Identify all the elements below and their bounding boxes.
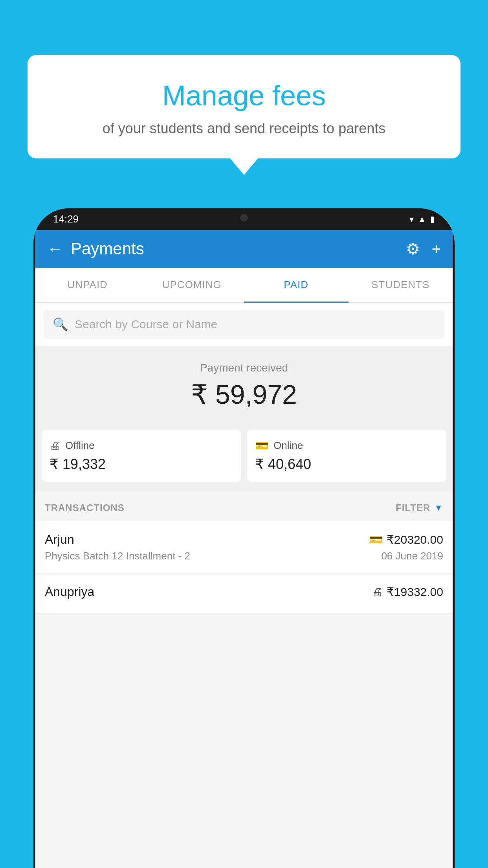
phone-time: 14:29 (53, 213, 79, 225)
transaction-amount-container: 🖨 ₹19332.00 (372, 585, 443, 599)
speech-bubble-title: Manage fees (43, 79, 445, 112)
payment-received-label: Payment received (43, 362, 445, 374)
status-icons: ▾ ▲ ▮ (409, 214, 435, 224)
settings-button[interactable]: ⚙ (406, 240, 420, 258)
speech-bubble-container: Manage fees of your students and send re… (28, 55, 460, 158)
offline-label: Offline (65, 440, 95, 452)
tab-unpaid[interactable]: UNPAID (35, 268, 140, 302)
online-card-header: 💳 Online (255, 439, 438, 452)
transaction-row-bottom: Physics Batch 12 Installment - 2 06 June… (45, 550, 443, 562)
add-button[interactable]: + (432, 240, 441, 258)
payment-summary: Payment received ₹ 59,972 (35, 346, 453, 422)
transaction-card-icon: 💳 (369, 533, 383, 546)
tab-upcoming[interactable]: UPCOMING (140, 268, 244, 302)
transaction-item[interactable]: Arjun 💳 ₹20320.00 Physics Batch 12 Insta… (35, 521, 453, 574)
camera-dot (240, 214, 248, 222)
phone-notch (209, 208, 279, 227)
offline-amount: ₹ 19,332 (50, 456, 233, 473)
transaction-course: Physics Batch 12 Installment - 2 (45, 550, 190, 562)
tab-paid[interactable]: PAID (244, 268, 349, 302)
signal-icon: ▲ (418, 214, 426, 224)
transaction-amount: ₹19332.00 (387, 585, 443, 599)
search-bar[interactable]: 🔍 Search by Course or Name (43, 310, 445, 339)
status-bar: 14:29 ▾ ▲ ▮ (33, 208, 455, 230)
transactions-label: TRANSACTIONS (45, 502, 125, 513)
page-title: Payments (71, 239, 144, 258)
speech-bubble-subtitle: of your students and send receipts to pa… (43, 120, 445, 137)
app-header: ← Payments ⚙ + (35, 230, 453, 268)
offline-card-header: 🖨 Offline (50, 439, 233, 452)
filter-container[interactable]: FILTER ▼ (396, 502, 443, 513)
online-amount: ₹ 40,640 (255, 456, 438, 473)
search-placeholder: Search by Course or Name (75, 318, 218, 331)
battery-icon: ▮ (430, 214, 435, 224)
search-container: 🔍 Search by Course or Name (35, 303, 453, 346)
transaction-amount: ₹20320.00 (387, 533, 443, 546)
transaction-name: Anupriya (45, 585, 94, 599)
transaction-amount-container: 💳 ₹20320.00 (369, 533, 443, 546)
offline-card: 🖨 Offline ₹ 19,332 (42, 430, 241, 482)
filter-icon: ▼ (434, 503, 443, 513)
transaction-item[interactable]: Anupriya 🖨 ₹19332.00 (35, 574, 453, 614)
tab-students[interactable]: STUDENTS (349, 268, 453, 302)
transaction-date: 06 June 2019 (381, 550, 443, 562)
speech-bubble: Manage fees of your students and send re… (28, 55, 460, 158)
tabs-container: UNPAID UPCOMING PAID STUDENTS (35, 268, 453, 303)
transaction-offline-icon: 🖨 (372, 585, 383, 598)
phone-screen: ← Payments ⚙ + UNPAID UPCOMING PAID STUD… (35, 230, 453, 868)
transactions-list: Arjun 💳 ₹20320.00 Physics Batch 12 Insta… (35, 521, 453, 614)
filter-label: FILTER (396, 502, 430, 513)
offline-icon: 🖨 (50, 439, 61, 452)
payment-amount: ₹ 59,972 (43, 379, 445, 410)
transaction-row-top: Arjun 💳 ₹20320.00 (45, 532, 443, 547)
back-button[interactable]: ← (47, 240, 63, 258)
header-left: ← Payments (47, 239, 144, 258)
payment-cards: 🖨 Offline ₹ 19,332 💳 Online ₹ 40,640 (35, 422, 453, 491)
transaction-row-top: Anupriya 🖨 ₹19332.00 (45, 585, 443, 599)
wifi-icon: ▾ (409, 214, 414, 224)
phone-frame: 14:29 ▾ ▲ ▮ ← Payments ⚙ + UNPAID UPCOMI… (33, 208, 455, 868)
online-icon: 💳 (255, 439, 269, 452)
transaction-name: Arjun (45, 532, 74, 547)
online-label: Online (273, 440, 303, 452)
search-icon: 🔍 (53, 317, 68, 332)
online-card: 💳 Online ₹ 40,640 (247, 430, 446, 482)
transactions-header: TRANSACTIONS FILTER ▼ (35, 491, 453, 521)
header-right: ⚙ + (406, 240, 441, 258)
